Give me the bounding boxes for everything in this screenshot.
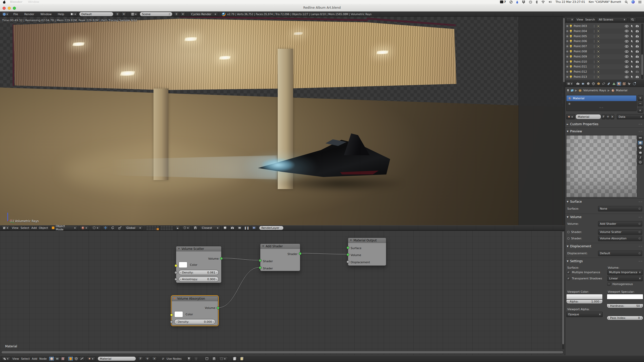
- renderability-icon[interactable]: [636, 70, 639, 73]
- view-menu[interactable]: View: [12, 357, 19, 360]
- viewport-alpha-select[interactable]: Opaque: [566, 312, 603, 317]
- visibility-icon[interactable]: [625, 25, 629, 27]
- color-swatch[interactable]: [179, 262, 187, 268]
- node-menu[interactable]: Node: [39, 357, 47, 360]
- visibility-icon[interactable]: [625, 71, 629, 73]
- socket-color-in[interactable]: [175, 264, 177, 267]
- expand-icon[interactable]: [565, 60, 570, 63]
- fake-user-button[interactable]: F: [138, 356, 143, 361]
- object-name[interactable]: Point.010: [574, 60, 594, 63]
- transform-orientation-select[interactable]: Global: [124, 226, 143, 230]
- breadcrumb-object[interactable]: Volumetric Rays: [583, 89, 606, 92]
- renderlayer-field[interactable]: RenderLayer: [259, 226, 284, 230]
- volume-sampling-select[interactable]: Multiple Importance: [607, 270, 643, 275]
- fake-user-button[interactable]: F: [602, 114, 605, 119]
- new-material-button[interactable]: [606, 114, 610, 119]
- material-slot-selected[interactable]: Material: [566, 95, 636, 101]
- socket-anisotropy-in[interactable]: [175, 278, 177, 281]
- node-header[interactable]: Volume Absorption: [172, 296, 218, 301]
- renderability-icon[interactable]: [636, 55, 639, 58]
- opengl-render-icon[interactable]: [223, 226, 228, 230]
- expand-icon[interactable]: [565, 30, 570, 33]
- socket-volume-in[interactable]: [347, 253, 349, 256]
- renderability-icon[interactable]: [636, 65, 639, 68]
- object-name[interactable]: Point.006: [574, 40, 594, 43]
- pin-icon[interactable]: [186, 356, 191, 361]
- material-link-select[interactable]: Data: [617, 114, 644, 119]
- world-shader-icon[interactable]: [73, 356, 79, 361]
- renderability-icon[interactable]: [636, 30, 639, 33]
- browse-material-icon[interactable]: [566, 114, 575, 119]
- pin-icon[interactable]: [567, 89, 569, 92]
- add-menu[interactable]: Add: [31, 226, 37, 230]
- render-layers-tab-icon[interactable]: [581, 82, 585, 86]
- renderability-icon[interactable]: [636, 75, 639, 78]
- outliner-row[interactable]: Point.007: [565, 44, 641, 49]
- selectability-icon[interactable]: [631, 30, 633, 33]
- object-menu[interactable]: Object: [39, 226, 48, 230]
- renderability-icon[interactable]: [636, 60, 639, 63]
- time-machine-icon[interactable]: [529, 1, 532, 4]
- object-shader-icon[interactable]: [68, 356, 73, 361]
- anisotropy-slider[interactable]: Anisotropy:0.900: [179, 277, 219, 282]
- expand-icon[interactable]: [565, 75, 570, 79]
- editor-type-properties-button[interactable]: [566, 81, 574, 86]
- viewport-color-swatch[interactable]: [566, 294, 603, 299]
- outliner-row[interactable]: Point.011: [565, 64, 641, 69]
- menubar-clock[interactable]: Thu 22 Mar 23:27:01: [555, 0, 585, 4]
- renderability-icon[interactable]: [636, 45, 639, 48]
- editor-type-3dview-button[interactable]: [2, 226, 10, 230]
- viewport-color-alpha-slider[interactable]: Alpha:1.000: [566, 299, 603, 304]
- density-slider[interactable]: Density:0.000: [174, 319, 215, 324]
- expand-icon[interactable]: [565, 45, 570, 48]
- panel-custom-properties[interactable]: Custom Properties==: [567, 122, 643, 126]
- unlink-material-button[interactable]: [610, 114, 614, 119]
- socket-displacement-in[interactable]: [347, 260, 349, 263]
- apple-menu-icon[interactable]: [3, 0, 6, 4]
- material-tab-icon[interactable]: [617, 82, 621, 86]
- select-menu[interactable]: Select: [21, 226, 29, 230]
- socket-density-in[interactable]: [175, 271, 177, 274]
- render-tab-icon[interactable]: [575, 82, 580, 86]
- panel-surface[interactable]: Surface==: [567, 200, 643, 203]
- snap-magnet-icon[interactable]: [212, 356, 217, 361]
- wifi-icon[interactable]: [541, 1, 545, 3]
- renderability-icon[interactable]: [636, 40, 639, 43]
- app-menu[interactable]: Blender: [10, 0, 22, 4]
- preview-monkey-icon[interactable]: [638, 150, 643, 155]
- multiple-importance-checkbox[interactable]: Multiple Importance: [567, 271, 600, 274]
- selectability-icon[interactable]: [631, 24, 633, 28]
- preview-flat-icon[interactable]: [638, 136, 643, 140]
- editor-type-node-button[interactable]: [2, 356, 10, 361]
- outliner-scrollbar[interactable]: [641, 24, 643, 79]
- menu-render[interactable]: Render: [24, 13, 34, 16]
- preview-world-icon[interactable]: [638, 160, 643, 164]
- selectability-icon[interactable]: [631, 40, 633, 43]
- outliner-row[interactable]: Point.012: [565, 69, 641, 74]
- expand-icon[interactable]: [565, 35, 570, 38]
- visibility-icon[interactable]: [625, 60, 629, 63]
- texture-tab-icon[interactable]: [622, 82, 627, 86]
- object-name[interactable]: Point.008: [574, 50, 594, 53]
- pass-index-slider[interactable]: Pass Index:0: [607, 316, 643, 320]
- delete-layout-button[interactable]: [121, 12, 126, 16]
- snap-anchor-icon[interactable]: [204, 356, 209, 361]
- go-to-parent-icon[interactable]: [194, 356, 199, 361]
- node-volume-absorption[interactable]: Volume Absorption Volume Color Density:0…: [171, 296, 218, 326]
- panel-settings[interactable]: Settings==: [567, 259, 643, 263]
- node-header[interactable]: Volume Scatter: [176, 246, 221, 251]
- window-menu[interactable]: Window: [28, 0, 39, 4]
- node-material-output[interactable]: Material Output Surface Volume Displacem…: [348, 238, 386, 266]
- add-layout-button[interactable]: [115, 12, 120, 16]
- selectability-icon[interactable]: [631, 55, 633, 58]
- visibility-icon[interactable]: [625, 50, 629, 53]
- lock-to-scene-icon[interactable]: 🔒︎: [175, 226, 180, 230]
- mode-select[interactable]: Object Mode: [50, 226, 78, 230]
- editor-type-info-button[interactable]: i: [2, 12, 9, 16]
- outliner-filter-search-icon[interactable]: [629, 17, 636, 22]
- screen-layout-icon[interactable]: [69, 12, 78, 16]
- visibility-icon[interactable]: [625, 45, 629, 48]
- scene-icon[interactable]: [130, 12, 138, 16]
- expand-icon[interactable]: [565, 65, 570, 68]
- delete-scene-button[interactable]: [180, 12, 185, 16]
